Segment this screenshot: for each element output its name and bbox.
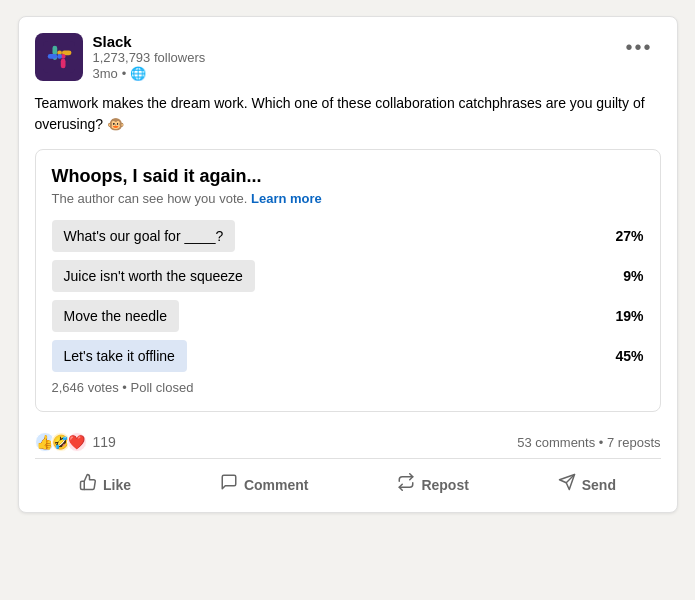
learn-more-link[interactable]: Learn more (251, 191, 322, 206)
time-ago: 3mo (93, 66, 118, 81)
poll-option-4-pct: 45% (606, 348, 644, 364)
comments-count[interactable]: 53 comments (517, 435, 595, 450)
poll-subtitle: The author can see how you vote. Learn m… (52, 191, 644, 206)
poll-option-2[interactable]: Juice isn't worth the squeeze 9% (52, 260, 644, 292)
poll-option-2-pct: 9% (606, 268, 644, 284)
poll-option-1-pct: 27% (606, 228, 644, 244)
post-card: Slack 1,273,793 followers 3mo • 🌐 ••• Te… (18, 16, 678, 513)
poll-votes-text: 2,646 votes • Poll closed (52, 380, 644, 395)
comment-button[interactable]: Comment (204, 465, 325, 504)
repost-button[interactable]: Repost (381, 465, 484, 504)
post-text: Teamwork makes the dream work. Which one… (35, 93, 661, 135)
comment-label: Comment (244, 477, 309, 493)
poll-option-1[interactable]: What's our goal for ____? 27% (52, 220, 644, 252)
poll-option-4[interactable]: Let's take it offline 45% (52, 340, 644, 372)
reactions-right: 53 comments • 7 reposts (517, 435, 660, 450)
like-label: Like (103, 477, 131, 493)
send-icon (558, 473, 576, 496)
reaction-count: 119 (93, 434, 116, 450)
reposts-count[interactable]: 7 reposts (607, 435, 660, 450)
actions-row: Like Comment Repost (35, 461, 661, 512)
svg-rect-7 (47, 54, 56, 59)
company-logo[interactable] (35, 33, 83, 81)
comment-icon (220, 473, 238, 496)
post-header: Slack 1,273,793 followers 3mo • 🌐 ••• (35, 33, 661, 81)
poll-option-2-label: Juice isn't worth the squeeze (52, 260, 255, 292)
send-label: Send (582, 477, 616, 493)
followers-count: 1,273,793 followers (93, 50, 206, 65)
poll-option-3-label: Move the needle (52, 300, 180, 332)
poll-option-3-pct: 19% (606, 308, 644, 324)
poll-widget: Whoops, I said it again... The author ca… (35, 149, 661, 412)
dot-separator: • (122, 66, 127, 81)
send-button[interactable]: Send (542, 465, 632, 504)
like-button[interactable]: Like (63, 465, 147, 504)
poll-title: Whoops, I said it again... (52, 166, 644, 187)
profile-section: Slack 1,273,793 followers 3mo • 🌐 (35, 33, 206, 81)
repost-label: Repost (421, 477, 468, 493)
profile-info: Slack 1,273,793 followers 3mo • 🌐 (93, 33, 206, 81)
heart-emoji: ❤️ (67, 432, 87, 452)
globe-icon: 🌐 (130, 66, 146, 81)
poll-options: What's our goal for ____? 27% Juice isn'… (52, 220, 644, 372)
poll-subtitle-text: The author can see how you vote. (52, 191, 248, 206)
reaction-emoji-group: 👍 🤣 ❤️ (35, 432, 83, 452)
more-options-button[interactable]: ••• (617, 33, 660, 61)
svg-rect-5 (60, 59, 65, 68)
poll-option-4-label: Let's take it offline (52, 340, 187, 372)
svg-rect-1 (52, 46, 57, 55)
repost-icon (397, 473, 415, 496)
poll-option-1-label: What's our goal for ____? (52, 220, 236, 252)
company-name[interactable]: Slack (93, 33, 206, 50)
post-meta: 3mo • 🌐 (93, 66, 206, 81)
reactions-left: 👍 🤣 ❤️ 119 (35, 432, 116, 452)
reactions-row: 👍 🤣 ❤️ 119 53 comments • 7 reposts (35, 426, 661, 459)
svg-point-8 (57, 54, 62, 59)
poll-option-3[interactable]: Move the needle 19% (52, 300, 644, 332)
like-icon (79, 473, 97, 496)
reactions-separator: • (599, 435, 607, 450)
